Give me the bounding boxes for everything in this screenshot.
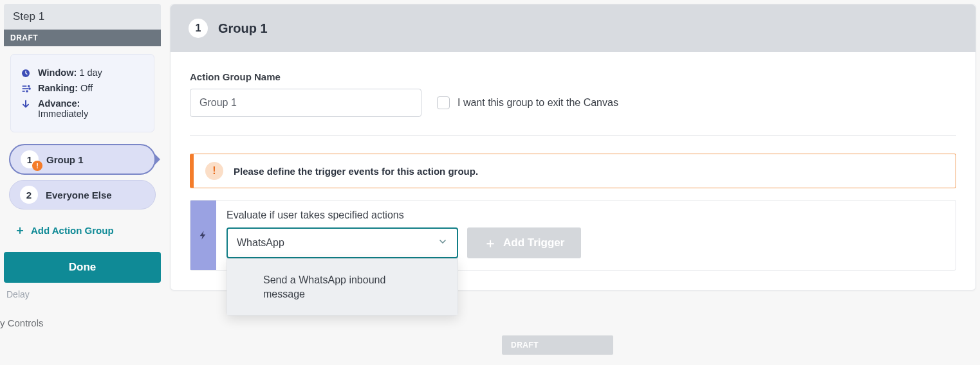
trigger-dropdown-option[interactable]: Send a WhatsApp inbound message	[227, 259, 458, 315]
advance-value: Immediately	[38, 109, 88, 119]
ranking-icon	[20, 83, 32, 94]
group-pill-2[interactable]: 2 Everyone Else	[9, 180, 156, 209]
main-panel: 1 Group 1 Action Group Name I want this …	[170, 4, 976, 290]
clock-icon	[20, 67, 32, 79]
advance-label: Advance:	[38, 98, 80, 109]
done-button[interactable]: Done	[4, 252, 161, 283]
alert-banner: ! Please define the trigger events for t…	[190, 154, 956, 188]
group-pill-1[interactable]: 1 ! Group 1	[9, 144, 156, 175]
sidebar: Step 1 DRAFT Window: 1 day Ranking: Off	[4, 4, 161, 361]
ranking-label: Ranking:	[38, 83, 78, 93]
plus-icon: ＋	[14, 222, 26, 238]
group-list: 1 ! Group 1 2 Everyone Else	[4, 139, 161, 215]
svg-point-5	[29, 88, 30, 89]
step-title: Step 1	[4, 4, 161, 30]
divider	[190, 135, 956, 136]
alert-icon: !	[205, 162, 223, 180]
trigger-select-value: WhatsApp	[237, 237, 284, 249]
trigger-select[interactable]: WhatsApp	[227, 227, 458, 258]
chevron-down-icon	[438, 236, 448, 249]
svg-point-6	[26, 91, 28, 92]
step-info-card: Window: 1 day Ranking: Off Advance:	[10, 54, 154, 132]
panel-header: 1 Group 1	[171, 4, 975, 52]
action-group-name-label: Action Group Name	[190, 71, 956, 82]
panel-header-title: Group 1	[218, 21, 268, 36]
warning-icon: !	[32, 161, 42, 171]
group-number-badge: 1 !	[21, 150, 39, 168]
group-pill-label: Everyone Else	[46, 190, 112, 200]
group-number-badge: 2	[20, 186, 38, 204]
alert-message: Please define the trigger events for thi…	[234, 166, 478, 177]
action-group-name-input[interactable]	[190, 89, 421, 117]
svg-point-4	[28, 85, 30, 87]
add-action-group-label: Add Action Group	[31, 225, 114, 236]
panel-header-number: 1	[189, 19, 208, 38]
evaluate-label: Evaluate if user takes specified actions	[227, 209, 945, 221]
plus-icon: ＋	[484, 235, 497, 252]
exit-canvas-label: I want this group to exit the Canvas	[458, 97, 618, 109]
lightning-icon	[190, 200, 216, 270]
add-action-group-button[interactable]: ＋ Add Action Group	[4, 215, 161, 245]
add-trigger-button[interactable]: ＋ Add Trigger	[467, 227, 581, 258]
draft-badge: DRAFT	[4, 30, 161, 46]
background-draft-badge: DRAFT	[502, 335, 613, 355]
group-pill-label: Group 1	[46, 154, 84, 165]
window-value: 1 day	[79, 67, 102, 78]
evaluate-block: Evaluate if user takes specified actions…	[190, 200, 956, 271]
window-label: Window:	[38, 67, 77, 78]
background-delay-label: Delay	[6, 289, 158, 299]
exit-canvas-checkbox[interactable]	[437, 96, 450, 109]
trigger-dropdown: Send a WhatsApp inbound message	[227, 258, 458, 316]
background-controls-label: y Controls	[0, 317, 161, 328]
add-trigger-label: Add Trigger	[503, 236, 564, 249]
arrow-down-icon	[20, 98, 32, 110]
ranking-value: Off	[80, 83, 93, 93]
